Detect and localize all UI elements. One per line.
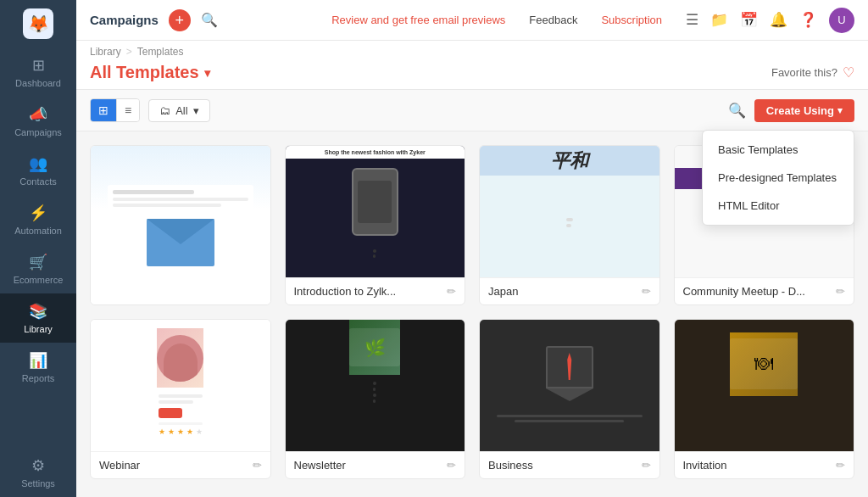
template-card-invitation[interactable]: 🍽 Invitation ✏	[674, 319, 855, 479]
template-card-japan[interactable]: 平和 Japan ✏	[479, 145, 660, 305]
app-title: Campaigns	[90, 13, 159, 27]
page-title[interactable]: All Templates ▾	[90, 63, 210, 82]
sidebar-item-contacts[interactable]: 👥 Contacts	[0, 146, 76, 195]
topbar: Campaigns + 🔍 Review and get free email …	[76, 0, 868, 41]
ecommerce-icon: 🛒	[29, 253, 47, 271]
review-link[interactable]: Review and get free email previews	[331, 14, 505, 26]
settings-icon: ⚙	[31, 456, 45, 475]
create-using-button[interactable]: Create Using ▾	[754, 99, 854, 122]
calendar-icon[interactable]: 📅	[740, 11, 758, 29]
template-card-business[interactable]: Business ✏	[479, 319, 660, 479]
template-name-japan: Japan	[488, 285, 637, 298]
dropdown-item-predesigned[interactable]: Pre-designed Templates	[703, 164, 854, 192]
sidebar-item-label: Campaigns	[14, 127, 62, 137]
template-card-newsletter[interactable]: 🌿 Newsletter	[285, 319, 466, 479]
toolbar-search-icon[interactable]: 🔍	[728, 102, 746, 120]
template-name-intro: Introduction to Zylk...	[294, 285, 442, 298]
edit-icon-business[interactable]: ✏	[642, 459, 651, 472]
folder-icon[interactable]: 📁	[710, 11, 728, 29]
title-chevron-icon: ▾	[204, 66, 210, 80]
edit-icon-community[interactable]: ✏	[836, 285, 845, 298]
create-using-dropdown-container: Create Using ▾ Basic Templates Pre-desig…	[754, 99, 854, 122]
create-dropdown-menu: Basic Templates Pre-designed Templates H…	[702, 130, 854, 226]
sidebar-item-label: Automation	[14, 226, 62, 236]
grid-view-button[interactable]: ⊞	[91, 99, 116, 121]
folder-filter-icon: 🗂	[159, 104, 170, 117]
filter-label: All	[175, 104, 187, 117]
breadcrumb-templates: Templates	[137, 46, 184, 58]
automation-icon: ⚡	[29, 204, 47, 222]
toolbar: ⊞ ≡ 🗂 All ▾ 🔍 Create Using ▾ Basic Templ…	[76, 90, 868, 131]
heart-icon[interactable]: ♡	[843, 64, 854, 81]
sidebar-logo[interactable]: 🦊	[0, 0, 76, 47]
add-button[interactable]: +	[169, 9, 191, 31]
template-preview-business	[480, 320, 659, 451]
breadcrumb-separator: >	[126, 46, 132, 58]
create-label: Create Using	[766, 104, 834, 117]
sidebar-item-library[interactable]: 📚 Library	[0, 293, 76, 343]
breadcrumb: Library > Templates	[90, 46, 854, 58]
avatar[interactable]: U	[829, 8, 854, 33]
template-preview-invitation: 🍽	[675, 320, 854, 451]
edit-icon-intro[interactable]: ✏	[447, 285, 456, 298]
sidebar-item-label: Library	[24, 324, 53, 334]
library-icon: 📚	[29, 302, 47, 321]
breadcrumb-library[interactable]: Library	[90, 46, 121, 58]
sidebar-item-label: Ecommerce	[14, 275, 64, 285]
template-preview-japan: 平和	[480, 146, 659, 277]
contacts-icon: 👥	[29, 154, 47, 173]
template-preview-intro: Shop the newest fashion with Zyker	[286, 146, 465, 277]
template-preview-newsletter: 🌿	[286, 320, 465, 451]
sidebar-item-ecommerce[interactable]: 🛒 Ecommerce	[0, 244, 76, 293]
campaigns-icon: 📣	[29, 105, 47, 124]
sidebar-item-campaigns[interactable]: 📣 Campaigns	[0, 97, 76, 146]
edit-icon-webinar[interactable]: ✏	[253, 459, 262, 472]
favorite-label: Favorite this?	[771, 66, 837, 79]
menu-icon[interactable]: ☰	[686, 11, 698, 29]
sidebar-item-label: Contacts	[19, 176, 56, 187]
sidebar-item-label: Dashboard	[15, 78, 61, 88]
reports-icon: 📊	[29, 351, 47, 370]
template-card-webinar[interactable]: ★ ★ ★ ★ ★ Webinar ✏	[90, 319, 271, 479]
sidebar-item-dashboard[interactable]: ⊞ Dashboard	[0, 47, 76, 97]
sidebar-item-label: Reports	[22, 373, 55, 383]
template-preview-welcome	[91, 146, 270, 304]
template-name-invitation: Invitation	[683, 459, 832, 472]
sidebar-item-reports[interactable]: 📊 Reports	[0, 343, 76, 392]
dropdown-item-html[interactable]: HTML Editor	[703, 192, 854, 220]
sidebar-item-automation[interactable]: ⚡ Automation	[0, 195, 76, 244]
template-name-webinar: Webinar	[99, 459, 248, 472]
search-icon[interactable]: 🔍	[201, 12, 218, 28]
template-name-community: Community Meetup - D...	[683, 285, 832, 298]
list-view-button[interactable]: ≡	[116, 99, 139, 121]
template-card-intro[interactable]: Shop the newest fashion with Zyker	[285, 145, 466, 305]
sidebar: 🦊 ⊞ Dashboard 📣 Campaigns 👥 Contacts ⚡ A…	[0, 0, 76, 497]
subscription-link[interactable]: Subscription	[601, 14, 662, 26]
dashboard-icon: ⊞	[32, 56, 45, 75]
template-card-welcome[interactable]: Welcome Template ✏	[90, 145, 271, 305]
view-toggle-group: ⊞ ≡	[90, 98, 140, 122]
dropdown-item-basic[interactable]: Basic Templates	[703, 136, 854, 164]
template-name-business: Business	[488, 459, 637, 472]
edit-icon-japan[interactable]: ✏	[642, 285, 651, 298]
feedback-link[interactable]: Feedback	[529, 14, 577, 26]
edit-icon-newsletter[interactable]: ✏	[447, 459, 456, 472]
filter-chevron-icon: ▾	[193, 104, 199, 117]
sidebar-item-label: Settings	[21, 478, 55, 489]
help-icon[interactable]: ❓	[799, 11, 817, 29]
create-chevron-icon: ▾	[837, 105, 843, 116]
bell-icon[interactable]: 🔔	[770, 11, 787, 29]
filter-button[interactable]: 🗂 All ▾	[148, 99, 209, 122]
template-name-newsletter: Newsletter	[294, 459, 442, 472]
sidebar-item-settings[interactable]: ⚙ Settings	[0, 448, 76, 497]
template-preview-webinar: ★ ★ ★ ★ ★	[91, 320, 270, 451]
edit-icon-invitation[interactable]: ✏	[836, 459, 845, 472]
